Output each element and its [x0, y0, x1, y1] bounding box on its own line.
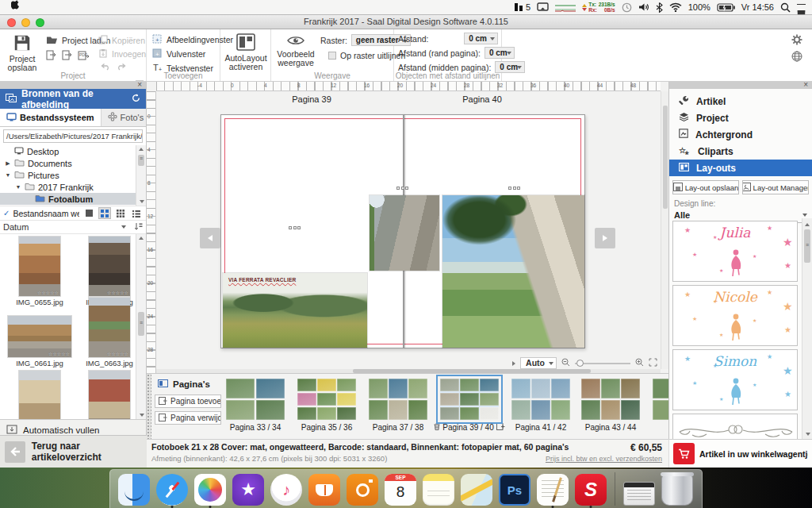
panel-drag-handle[interactable]: ×	[0, 82, 146, 89]
page-thumbnail[interactable]: Pagina 39 / 40	[434, 379, 505, 432]
dock-safari[interactable]	[156, 474, 188, 506]
star-rating[interactable]: ☆☆☆☆☆	[37, 290, 59, 295]
import-project-icon[interactable]	[46, 50, 56, 62]
page-thumbnail[interactable]: Pagina 43 / 44	[575, 379, 646, 432]
panel-item-achtergrond[interactable]: Achtergrond	[669, 126, 812, 143]
tree-expand-icon[interactable]: ▼	[5, 172, 11, 178]
copy-button[interactable]: Kopiëren	[98, 35, 145, 46]
path-input[interactable]: /Users/Elizabeth/Pictures/2017 Frankrijk…	[3, 129, 143, 143]
bluetooth-icon[interactable]	[656, 0, 663, 15]
view-small-grid-icon[interactable]	[114, 207, 127, 219]
panel-item-artikel[interactable]: Artikel	[669, 93, 812, 110]
autolayout-button[interactable]: AutoLayout activeren	[224, 33, 268, 71]
back-to-articles-button[interactable]: Terug naar artikeloverzicht	[0, 435, 147, 468]
volume-icon[interactable]	[638, 0, 649, 15]
paste-button[interactable]: Invoegen	[98, 48, 146, 60]
language-globe-icon[interactable]	[791, 51, 802, 64]
dock-photos[interactable]	[194, 474, 226, 506]
tree-item-desktop[interactable]: Desktop	[0, 145, 146, 157]
view-medium-grid-icon[interactable]	[98, 207, 111, 219]
view-list-icon[interactable]	[130, 207, 143, 219]
dock-trash[interactable]	[661, 474, 693, 506]
panel-item-project[interactable]: Project	[669, 110, 812, 126]
tree-item-documents[interactable]: ▶Documents	[0, 157, 146, 169]
project-save-button[interactable]: Project opslaan	[5, 33, 40, 72]
maximize-window-button[interactable]	[36, 18, 44, 27]
dock-ibooks[interactable]	[308, 474, 340, 506]
file-thumbnail[interactable]	[8, 371, 71, 419]
network-graph-icon[interactable]	[555, 0, 576, 15]
tree-expand-icon[interactable]: ▶	[5, 160, 11, 167]
design-canvas[interactable]: -404812162024283236404448 0481216202428 …	[147, 82, 668, 373]
dock-textedit[interactable]	[537, 474, 569, 506]
dock-photoshop[interactable]: Ps	[499, 474, 530, 506]
remove-page-button[interactable]: Pagina verwijd...	[155, 411, 221, 425]
page-thumbnail[interactable]: Pagina 33 / 34	[220, 379, 291, 432]
delete-page-icon[interactable]	[434, 423, 440, 432]
add-fill-frame-button[interactable]: + Vulvenster	[152, 48, 205, 60]
file-thumbnail[interactable]	[78, 371, 141, 419]
layout-card-nicole[interactable]: ★★★★★★★★Nicole	[672, 285, 798, 346]
battery-icon[interactable]	[717, 0, 735, 15]
close-panel-icon[interactable]: ×	[136, 80, 144, 89]
dock-minimized-window[interactable]	[623, 482, 655, 506]
insert-page-icon[interactable]	[496, 423, 505, 432]
menubar-clock[interactable]: Vr 14:56	[741, 2, 774, 12]
file-thumbnail-image[interactable]	[89, 371, 130, 419]
dock-maps[interactable]	[461, 474, 492, 506]
file-thumbnail-image[interactable]: ☆☆☆☆☆	[19, 237, 60, 296]
tab-filesystem[interactable]: Bestandssysteem	[0, 109, 102, 126]
filename-checkbox[interactable]: ✓	[3, 209, 10, 217]
tree-item-fotoalbum[interactable]: Fotoalbum	[0, 193, 146, 205]
sort-dropdown[interactable]: Datum	[3, 222, 121, 232]
page-thumbnail[interactable]: Pagina 35 / 36	[291, 379, 362, 432]
wifi-icon[interactable]	[669, 0, 682, 15]
page-thumbnail-partial[interactable]	[646, 379, 668, 420]
file-thumbnail-image[interactable]: ☆☆☆☆☆	[89, 298, 130, 357]
tab-photos[interactable]: Foto's	[102, 109, 151, 126]
layout-card-julia[interactable]: ★★★★★★★★Julia	[672, 221, 798, 282]
save-layout-button[interactable]: Lay-out opslaan	[672, 180, 739, 194]
tree-item-2017-frankrijk[interactable]: ▼2017 Frankrijk	[0, 181, 146, 193]
notification-center-icon[interactable]	[797, 0, 806, 15]
file-thumbnail-image[interactable]: ☆☆☆☆☆	[8, 316, 71, 357]
file-thumbnail[interactable]: ☆☆☆☆☆IMG_0663.jpg	[78, 298, 141, 368]
price-note-link[interactable]: Prijs incl. btw en excl. verzendkosten	[546, 455, 662, 463]
file-thumbnail[interactable]: ☆☆☆☆☆IMG_0655.jpg	[8, 237, 71, 306]
meadow-photo[interactable]: VIA FERRATA REVACLIER	[223, 273, 367, 348]
zoom-slider-knob[interactable]	[576, 360, 584, 367]
activity-monitor-icon[interactable]: 5	[514, 0, 530, 15]
via-ferrata-photo[interactable]	[370, 195, 439, 271]
file-thumbnail-image[interactable]	[19, 371, 60, 419]
page-thumbnail[interactable]: Pagina 41 / 42	[505, 379, 576, 432]
refresh-icon[interactable]	[132, 94, 140, 105]
zoom-out-icon[interactable]	[561, 358, 570, 368]
minimize-window-button[interactable]	[21, 18, 30, 27]
star-rating[interactable]: ☆☆☆☆☆	[48, 351, 70, 356]
file-thumbnail-image[interactable]: ☆☆☆☆☆	[89, 237, 130, 296]
next-spread-button[interactable]	[595, 228, 615, 248]
star-rating[interactable]: ☆☆☆☆☆	[107, 351, 128, 356]
spotlight-search-icon[interactable]	[780, 0, 791, 15]
dock-camera-app[interactable]	[347, 474, 378, 506]
spacing-value-1[interactable]: 0 cm	[464, 33, 498, 44]
files-scrollbar[interactable]: ≡	[136, 234, 146, 419]
sort-direction-icon[interactable]	[134, 222, 143, 233]
panel-item-lay-outs[interactable]: Lay-outs	[669, 160, 812, 176]
add-to-cart-button[interactable]	[673, 443, 695, 464]
layout-manager-button[interactable]: Lay-out Manager	[742, 180, 809, 194]
tree-item-pictures[interactable]: ▼Pictures	[0, 169, 146, 181]
dock-calendar[interactable]: SEP8	[385, 474, 416, 506]
page-thumbnail[interactable]: Pagina 37 / 38	[362, 379, 434, 432]
climber-photo[interactable]	[442, 195, 584, 348]
dock-notes[interactable]	[423, 474, 454, 506]
apple-menu-icon[interactable]	[11, 0, 20, 15]
export-project-icon[interactable]	[62, 50, 72, 62]
bandwidth-readout[interactable]: Tx:Rx: 231B/s0B/s	[582, 0, 615, 15]
layouts-scrollbar[interactable]: ≡	[802, 218, 812, 439]
star-rating[interactable]: ☆☆☆☆☆	[107, 290, 128, 295]
close-window-button[interactable]	[7, 18, 16, 27]
add-page-button[interactable]: Pagina toevoe...	[155, 394, 221, 408]
tree-scrollbar[interactable]: ≡	[136, 145, 146, 206]
export-pdf-icon[interactable]: PDF	[78, 50, 90, 62]
